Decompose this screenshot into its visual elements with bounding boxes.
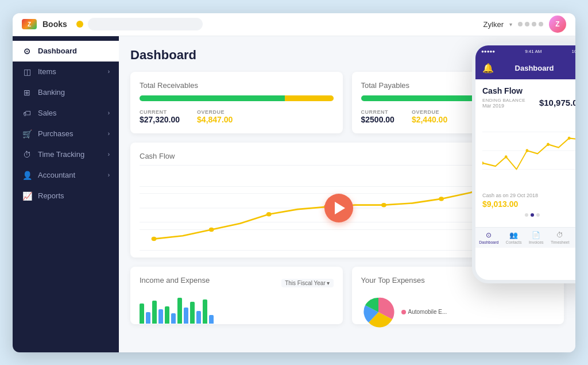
sidebar-label-tracking: Time Tracking [38, 150, 84, 159]
phone-nav-dashboard[interactable]: ⊙ Dashboard [479, 231, 498, 244]
avatar[interactable]: Z [549, 16, 566, 33]
sidebar-item-dashboard[interactable]: ⊙ Dashboard [13, 41, 119, 62]
page-dot-2 [531, 213, 534, 217]
phone-status-bar: ●●●●● 9:41 AM 100% [475, 45, 575, 58]
phone-balance-row: ENDING BALANCE Mar 2019 $10,975.00 [482, 98, 575, 109]
phone-chart-svg [482, 113, 575, 188]
sidebar-item-accountant[interactable]: 👤 Accountant › [13, 165, 119, 186]
bar-4 [158, 309, 163, 324]
search-bar[interactable] [88, 18, 203, 30]
sales-chevron: › [108, 110, 110, 116]
phone-content: Cash Flow ENDING BALANCE Mar 2019 $10,97… [475, 79, 575, 227]
phone-nav-dashboard-label: Dashboard [479, 240, 498, 244]
svg-point-5 [266, 212, 272, 216]
payables-overdue: OVERDUE $2,440.00 [412, 109, 447, 124]
receivables-overdue-value: $4,847.00 [197, 115, 233, 124]
sidebar: ⊙ Dashboard ◫ Items › ⊞ Banking 🏷 Sales … [13, 36, 119, 352]
bar-8 [184, 308, 188, 324]
bar-12 [209, 315, 214, 324]
bar-10 [196, 311, 201, 324]
svg-point-4 [209, 227, 214, 232]
phone-nav: ⊙ Dashboard 👥 Contacts 📄 Invoices ⏱ Time… [475, 227, 575, 248]
search-area [76, 18, 483, 30]
phone-nav-timesheet-label: Timesheet [551, 240, 569, 244]
phone-time: 9:41 AM [525, 49, 541, 54]
payables-overdue-value: $2,440.00 [412, 115, 447, 124]
sidebar-label-purchases: Purchases [38, 129, 73, 138]
sidebar-label-reports: Reports [38, 191, 64, 200]
payables-overdue-label: OVERDUE [412, 109, 447, 115]
phone-chart-area [482, 113, 575, 188]
expenses-content: Automobile E... [361, 295, 555, 329]
phone-nav-contacts[interactable]: 👥 Contacts [506, 231, 522, 244]
purchases-chevron: › [108, 130, 110, 137]
title-bar: Z Books Zylker ▾ Z [13, 13, 575, 36]
receivables-overdue-label: OVERDUE [197, 109, 233, 115]
expenses-pie-chart [361, 295, 396, 329]
income-filter[interactable]: This Fiscal Year ▾ [281, 279, 333, 287]
bar-11 [203, 299, 207, 324]
sidebar-item-items[interactable]: ◫ Items › [13, 62, 119, 82]
receivables-amounts: CURRENT $27,320.00 OVERDUE $4,847.00 [140, 109, 334, 124]
sidebar-item-sales[interactable]: 🏷 Sales › [13, 103, 119, 124]
sidebar-item-tracking[interactable]: ⏱ Time Tracking › [13, 144, 119, 165]
expenses-legend: Automobile E... [401, 309, 447, 315]
sidebar-label-banking: Banking [38, 88, 65, 97]
sidebar-label-sales: Sales [38, 109, 57, 117]
payables-current: CURRENT $2500.00 [361, 109, 394, 124]
svg-point-8 [439, 197, 444, 201]
phone-pagination [482, 213, 575, 217]
phone-balance-info: ENDING BALANCE Mar 2019 [482, 98, 525, 109]
main-content: Dashboard Total Receivables CURRENT $27,… [119, 36, 575, 352]
sidebar-label-dashboard: Dashboard [38, 47, 77, 55]
page-dot-1 [525, 213, 528, 217]
main-layout: ⊙ Dashboard ◫ Items › ⊞ Banking 🏷 Sales … [13, 36, 575, 352]
user-dropdown-icon[interactable]: ▾ [509, 21, 512, 28]
receivables-green-bar [140, 95, 285, 101]
sidebar-item-reports[interactable]: 📈 Reports [13, 186, 119, 206]
phone-footer-value: $9,013.00 [482, 199, 575, 209]
play-button[interactable] [324, 194, 353, 222]
phone-nav-dashboard-icon: ⊙ [486, 231, 492, 239]
sidebar-item-banking[interactable]: ⊞ Banking [13, 82, 119, 103]
svg-point-15 [505, 155, 508, 158]
sidebar-item-purchases[interactable]: 🛒 Purchases › [13, 124, 119, 144]
phone-signal: ●●●●● [481, 49, 495, 54]
receivables-current: CURRENT $27,320.00 [140, 109, 180, 124]
phone-nav-timesheet[interactable]: ⏱ Timesheet [551, 231, 569, 244]
dot1 [518, 22, 523, 26]
accountant-chevron: › [108, 172, 110, 178]
window-dot [76, 21, 83, 28]
bar-9 [190, 302, 195, 324]
svg-point-16 [526, 149, 529, 152]
svg-point-3 [152, 236, 157, 241]
legend-label-automobile: Automobile E... [408, 309, 447, 315]
dot2 [525, 22, 529, 26]
legend-dot-automobile [401, 310, 406, 314]
payables-current-label: CURRENT [361, 109, 394, 115]
sidebar-label-items: Items [38, 67, 56, 76]
purchases-icon: 🛒 [22, 129, 32, 139]
phone-bell-icon: 🔔 [482, 63, 494, 74]
bar-7 [177, 298, 182, 324]
receivables-yellow-bar [285, 95, 333, 101]
phone-nav-invoices[interactable]: 📄 Invoices [529, 231, 544, 244]
bar-2 [146, 312, 150, 324]
user-name[interactable]: Zylker [483, 20, 504, 29]
title-bar-right: Zylker ▾ Z [483, 16, 566, 33]
phone-footer-info: Cash as on 29 Oct 2018 [482, 193, 575, 198]
income-title-row: Income and Expense This Fiscal Year ▾ [140, 276, 334, 290]
income-bar-chart [140, 295, 334, 324]
dot3 [532, 22, 536, 26]
app-window: Z Books Zylker ▾ Z ⊙ Dashboard [13, 13, 575, 352]
page-dot-3 [536, 213, 540, 217]
bar-1 [140, 303, 144, 324]
receivables-overdue: OVERDUE $4,847.00 [197, 109, 233, 124]
phone-header: 🔔 Dashboard ↻ [475, 58, 575, 79]
logo-icon: Z [22, 19, 37, 29]
phone-battery: 100% [572, 49, 575, 54]
receivables-current-label: CURRENT [140, 109, 180, 115]
phone-header-title: Dashboard [515, 64, 554, 72]
svg-point-7 [381, 202, 386, 207]
banking-icon: ⊞ [22, 88, 32, 97]
